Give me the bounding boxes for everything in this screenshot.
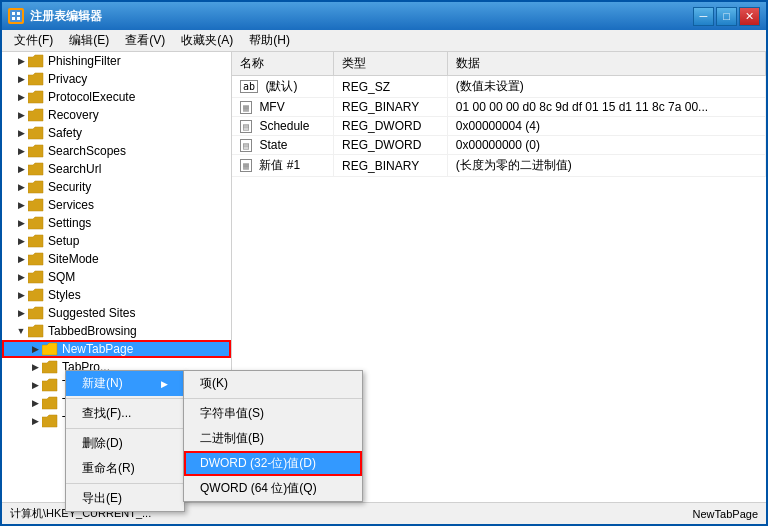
folder-icon bbox=[28, 270, 44, 284]
reg-type-icon: ▤ bbox=[240, 139, 252, 152]
tree-item-label: Suggested Sites bbox=[48, 306, 135, 320]
reg-name: ▤ Schedule bbox=[232, 117, 334, 136]
svg-rect-4 bbox=[17, 17, 20, 20]
tree-item-suggested-sites[interactable]: Suggested Sites bbox=[2, 304, 231, 322]
tree-item-tabbedbrowsing[interactable]: TabbedBrowsing bbox=[2, 322, 231, 340]
expand-arrow bbox=[14, 90, 28, 104]
menu-bar: 文件(F) 编辑(E) 查看(V) 收藏夹(A) 帮助(H) bbox=[2, 30, 766, 52]
reg-type: REG_BINARY bbox=[334, 98, 448, 117]
expand-arrow bbox=[14, 306, 28, 320]
menu-edit[interactable]: 编辑(E) bbox=[61, 30, 117, 51]
menu-file[interactable]: 文件(F) bbox=[6, 30, 61, 51]
tree-item-label: SearchUrl bbox=[48, 162, 101, 176]
context-menu-separator bbox=[66, 398, 184, 399]
tree-item-label: Settings bbox=[48, 216, 91, 230]
table-row[interactable]: ab (默认) REG_SZ (数值未设置) bbox=[232, 76, 766, 98]
expand-arrow bbox=[14, 162, 28, 176]
tree-item-services[interactable]: Services bbox=[2, 196, 231, 214]
context-menu-item-delete[interactable]: 删除(D) bbox=[66, 431, 184, 456]
tree-item-protocolexecute[interactable]: ProtocolExecute bbox=[2, 88, 231, 106]
folder-icon bbox=[28, 288, 44, 302]
tree-item-label: NewTabPage bbox=[62, 342, 133, 356]
reg-type-icon: ab bbox=[240, 80, 258, 93]
reg-data: (数值未设置) bbox=[447, 76, 765, 98]
reg-type-icon: ▤ bbox=[240, 120, 252, 133]
tree-item-settings[interactable]: Settings bbox=[2, 214, 231, 232]
svg-rect-3 bbox=[12, 17, 15, 20]
tree-item-label: ProtocolExecute bbox=[48, 90, 135, 104]
menu-help[interactable]: 帮助(H) bbox=[241, 30, 298, 51]
context-menu-item-find[interactable]: 查找(F)... bbox=[66, 401, 184, 426]
table-row[interactable]: ▦ MFV REG_BINARY 01 00 00 00 d0 8c 9d df… bbox=[232, 98, 766, 117]
reg-type: REG_BINARY bbox=[334, 155, 448, 177]
folder-icon bbox=[42, 360, 58, 374]
expand-arrow bbox=[28, 396, 42, 410]
table-row[interactable]: ▤ Schedule REG_DWORD 0x00000004 (4) bbox=[232, 117, 766, 136]
context-menu-item-export[interactable]: 导出(E) bbox=[66, 486, 184, 511]
expand-arrow bbox=[14, 144, 28, 158]
expand-arrow bbox=[14, 72, 28, 86]
tree-item-setup[interactable]: Setup bbox=[2, 232, 231, 250]
expand-arrow bbox=[28, 360, 42, 374]
tree-item-security[interactable]: Security bbox=[2, 178, 231, 196]
expand-arrow bbox=[14, 216, 28, 230]
folder-icon bbox=[28, 90, 44, 104]
folder-icon bbox=[28, 108, 44, 122]
reg-type: REG_DWORD bbox=[334, 136, 448, 155]
expand-arrow bbox=[14, 288, 28, 302]
tree-item-label: Privacy bbox=[48, 72, 87, 86]
close-button[interactable]: ✕ bbox=[739, 7, 760, 26]
tree-item-newtabpage[interactable]: NewTabPage bbox=[2, 340, 231, 358]
tree-item-sitemode[interactable]: SiteMode bbox=[2, 250, 231, 268]
table-row[interactable]: ▦ 新值 #1 REG_BINARY (长度为零的二进制值) bbox=[232, 155, 766, 177]
tree-item-phishingfilter[interactable]: PhishingFilter bbox=[2, 52, 231, 70]
tree-item-searchurl[interactable]: SearchUrl bbox=[2, 160, 231, 178]
status-key: NewTabPage bbox=[693, 508, 758, 520]
reg-data: (长度为零的二进制值) bbox=[447, 155, 765, 177]
title-bar: 注册表编辑器 ─ □ ✕ bbox=[2, 2, 766, 30]
folder-icon bbox=[42, 378, 58, 392]
window-controls: ─ □ ✕ bbox=[693, 7, 760, 26]
expand-arrow bbox=[14, 108, 28, 122]
tree-item-label: Recovery bbox=[48, 108, 99, 122]
menu-view[interactable]: 查看(V) bbox=[117, 30, 173, 51]
tree-item-searchscopes[interactable]: SearchScopes bbox=[2, 142, 231, 160]
col-type-header: 类型 bbox=[334, 52, 448, 76]
registry-values-panel: 名称 类型 数据 ab (默认) REG_SZ (数值未设置) bbox=[232, 52, 766, 502]
col-data-header: 数据 bbox=[447, 52, 765, 76]
expand-arrow bbox=[28, 342, 42, 356]
folder-icon bbox=[28, 234, 44, 248]
tree-item-privacy[interactable]: Privacy bbox=[2, 70, 231, 88]
tree-item-label: Styles bbox=[48, 288, 81, 302]
expand-arrow bbox=[14, 126, 28, 140]
context-menu-item-new[interactable]: 新建(N) bbox=[66, 371, 184, 396]
context-menu-item-label: 重命名(R) bbox=[82, 460, 135, 477]
expand-arrow bbox=[14, 234, 28, 248]
context-menu[interactable]: 新建(N) 查找(F)... 删除(D) 重命名(R) 导出(E) bbox=[65, 370, 185, 512]
context-menu-item-label: 查找(F)... bbox=[82, 405, 131, 422]
reg-data: 0x00000000 (0) bbox=[447, 136, 765, 155]
tree-item-safety[interactable]: Safety bbox=[2, 124, 231, 142]
folder-icon bbox=[28, 144, 44, 158]
context-menu-item-rename[interactable]: 重命名(R) bbox=[66, 456, 184, 481]
tree-item-label: PhishingFilter bbox=[48, 54, 121, 68]
svg-rect-2 bbox=[17, 12, 20, 15]
folder-icon bbox=[28, 216, 44, 230]
folder-icon bbox=[42, 396, 58, 410]
tree-item-recovery[interactable]: Recovery bbox=[2, 106, 231, 124]
context-menu-item-label: 导出(E) bbox=[82, 490, 122, 507]
tree-item-label: SQM bbox=[48, 270, 75, 284]
maximize-button[interactable]: □ bbox=[716, 7, 737, 26]
menu-favorites[interactable]: 收藏夹(A) bbox=[173, 30, 241, 51]
app-icon bbox=[8, 8, 24, 24]
tree-item-styles[interactable]: Styles bbox=[2, 286, 231, 304]
expand-arrow bbox=[14, 324, 28, 338]
col-name-header: 名称 bbox=[232, 52, 334, 76]
reg-type-icon: ▦ bbox=[240, 159, 252, 172]
reg-type: REG_SZ bbox=[334, 76, 448, 98]
table-row[interactable]: ▤ State REG_DWORD 0x00000000 (0) bbox=[232, 136, 766, 155]
tree-item-sqm[interactable]: SQM bbox=[2, 268, 231, 286]
expand-arrow bbox=[14, 54, 28, 68]
minimize-button[interactable]: ─ bbox=[693, 7, 714, 26]
tree-item-label: SiteMode bbox=[48, 252, 99, 266]
